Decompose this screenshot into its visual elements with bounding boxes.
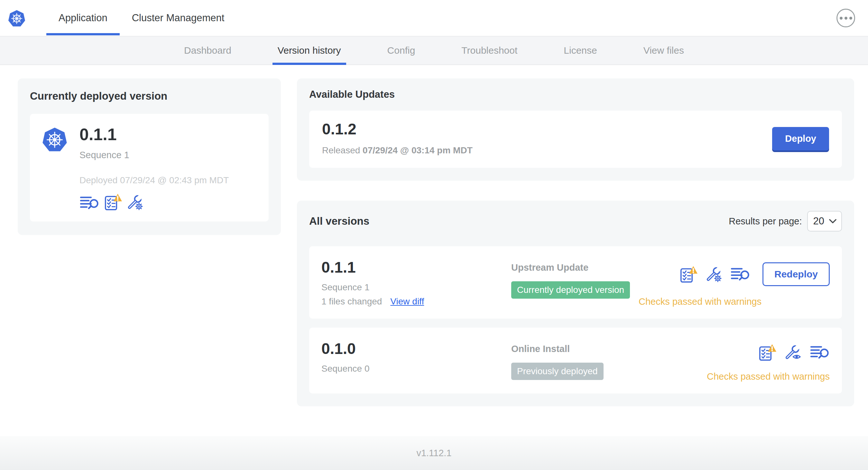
version-info: 0.1.1 Sequence 1 1 files changed View di…	[321, 260, 511, 307]
config-wrench-eye-icon[interactable]	[785, 344, 802, 361]
tab-view-files-label: View files	[644, 45, 684, 56]
config-wrench-gear-icon[interactable]	[127, 194, 144, 210]
tab-troubleshoot[interactable]: Troubleshoot	[459, 36, 520, 65]
status-badge: Currently deployed version	[511, 281, 630, 299]
available-updates-panel: Available Updates 0.1.2 Released 07/29/2…	[297, 78, 854, 181]
ellipsis-dot	[840, 17, 843, 20]
version-number: 0.1.0	[321, 341, 511, 357]
app-header: Application Cluster Management	[0, 0, 868, 36]
deployed-version-number: 0.1.1	[80, 126, 229, 143]
preflight-checks-warning-icon[interactable]	[758, 344, 777, 361]
update-released-line: Released 07/29/24 @ 03:14 pm MDT	[322, 145, 473, 156]
released-prefix: Released	[322, 145, 360, 155]
tab-cluster-management[interactable]: Cluster Management	[120, 0, 237, 36]
version-row: 0.1.0 Sequence 0 Online Install Previous…	[309, 328, 842, 394]
version-source-block: Online Install Previously deployed	[511, 341, 707, 382]
app-subnav: Dashboard Version history Config Trouble…	[0, 36, 868, 65]
config-wrench-gear-icon[interactable]	[706, 266, 722, 282]
preflight-checks-warning-icon[interactable]	[679, 266, 698, 283]
results-per-page-select[interactable]: 20	[807, 211, 842, 231]
deployed-version-actions	[80, 193, 229, 210]
version-row: 0.1.1 Sequence 1 1 files changed View di…	[309, 246, 842, 318]
diff-lines-magnifier-icon[interactable]	[80, 195, 99, 210]
currently-deployed-card: 0.1.1 Sequence 1 Deployed 07/29/24 @ 02:…	[30, 114, 269, 222]
tab-version-history-label: Version history	[278, 45, 341, 56]
currently-deployed-title: Currently deployed version	[30, 90, 269, 102]
files-changed-text: 1 files changed	[321, 296, 382, 307]
console-version: v1.112.1	[416, 448, 452, 459]
version-sequence: Sequence 0	[321, 364, 511, 374]
results-per-page: Results per page: 20	[729, 211, 842, 231]
tab-config[interactable]: Config	[385, 36, 418, 65]
tab-troubleshoot-label: Troubleshoot	[461, 45, 517, 56]
preflight-status-text: Checks passed with warnings	[707, 371, 830, 382]
available-update-card: 0.1.2 Released 07/29/24 @ 03:14 pm MDT D…	[309, 110, 842, 168]
all-versions-title: All versions	[309, 215, 369, 227]
header-tabs: Application Cluster Management	[46, 0, 237, 36]
version-sequence: Sequence 1	[321, 282, 511, 293]
all-versions-panel: All versions Results per page: 20	[297, 201, 854, 406]
deployed-timestamp: Deployed 07/29/24 @ 02:43 pm MDT	[80, 175, 229, 186]
preflight-status-text: Checks passed with warnings	[639, 296, 762, 307]
version-rows: 0.1.1 Sequence 1 1 files changed View di…	[309, 246, 842, 394]
version-number: 0.1.1	[321, 260, 511, 275]
currently-deployed-details: 0.1.1 Sequence 1 Deployed 07/29/24 @ 02:…	[80, 126, 229, 210]
tab-dashboard[interactable]: Dashboard	[181, 36, 234, 65]
kubernetes-logo-icon[interactable]	[7, 9, 26, 28]
tab-version-history[interactable]: Version history	[275, 36, 344, 65]
version-actions	[758, 344, 830, 361]
right-column: Available Updates 0.1.2 Released 07/29/2…	[297, 78, 854, 406]
preflight-checks-warning-icon[interactable]	[104, 193, 123, 210]
version-actions-block: Checks passed with warnings	[707, 341, 830, 382]
tab-license-label: License	[564, 45, 597, 56]
kots-admin-console: Application Cluster Management Dashboard…	[0, 0, 868, 470]
version-source-block: Upstream Update Currently deployed versi…	[511, 260, 639, 307]
update-version-number: 0.1.2	[322, 122, 473, 137]
tab-config-label: Config	[388, 45, 415, 56]
ellipsis-dot	[844, 17, 847, 20]
diff-lines-magnifier-icon[interactable]	[810, 345, 830, 360]
version-actions: Redeploy	[679, 262, 830, 286]
tab-dashboard-label: Dashboard	[184, 45, 231, 56]
results-per-page-label: Results per page:	[729, 216, 802, 227]
more-options-button[interactable]	[836, 9, 855, 27]
view-diff-link[interactable]: View diff	[390, 296, 424, 307]
results-per-page-value: 20	[813, 215, 824, 227]
tab-application-label: Application	[59, 12, 107, 24]
main-content: Currently deployed version 0.1.1 Sequenc…	[0, 65, 868, 436]
version-source: Upstream Update	[511, 262, 639, 273]
version-source: Online Install	[511, 344, 707, 354]
currently-deployed-panel: Currently deployed version 0.1.1 Sequenc…	[18, 78, 281, 235]
diff-lines-magnifier-icon[interactable]	[730, 267, 750, 282]
version-info: 0.1.0 Sequence 0	[321, 341, 511, 382]
tab-application[interactable]: Application	[46, 0, 120, 36]
deploy-button[interactable]: Deploy	[772, 127, 829, 150]
status-badge: Previously deployed	[511, 363, 603, 380]
chevron-down-icon	[829, 219, 836, 224]
released-date: 07/29/24 @ 03:14 pm MDT	[363, 145, 473, 155]
deployed-sequence: Sequence 1	[80, 150, 229, 160]
tab-view-files[interactable]: View files	[641, 36, 687, 65]
available-update-info: 0.1.2 Released 07/29/24 @ 03:14 pm MDT	[322, 122, 473, 156]
available-updates-title: Available Updates	[309, 89, 842, 100]
kubernetes-app-icon	[41, 126, 68, 153]
app-footer: v1.112.1	[0, 436, 868, 470]
files-changed-line: 1 files changed View diff	[321, 296, 511, 307]
all-versions-header: All versions Results per page: 20	[309, 211, 842, 231]
ellipsis-dot	[849, 17, 852, 20]
tab-license[interactable]: License	[561, 36, 599, 65]
version-actions-block: Redeploy Checks passed with warnings	[639, 260, 830, 307]
tab-cluster-management-label: Cluster Management	[132, 12, 224, 24]
redeploy-button[interactable]: Redeploy	[763, 262, 830, 286]
